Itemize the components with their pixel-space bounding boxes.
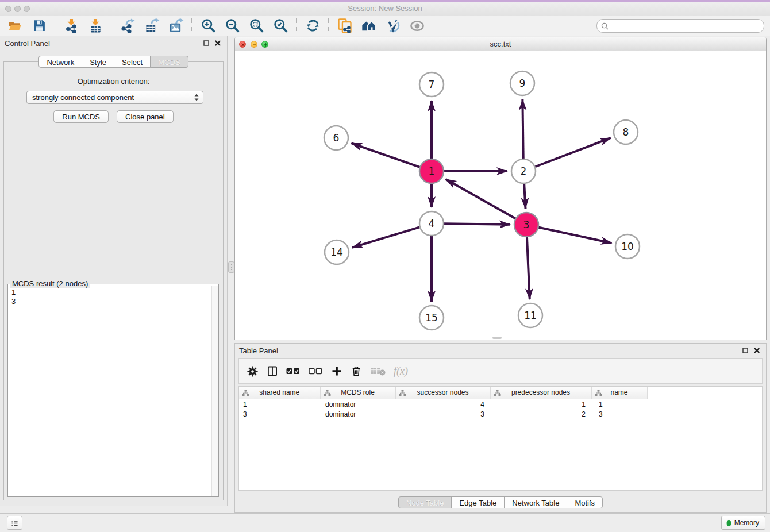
- table-cell[interactable]: 1: [239, 399, 320, 410]
- column-header-successor-nodes[interactable]: successor nodes: [395, 387, 490, 399]
- table-cell[interactable]: 3: [591, 409, 647, 419]
- tab-node-table[interactable]: Node Table: [398, 496, 452, 508]
- column-type-icon: [595, 390, 602, 396]
- table-cell[interactable]: 1: [490, 399, 591, 410]
- control-panel-title: Control Panel: [5, 39, 50, 48]
- table-cell[interactable]: 4: [395, 399, 490, 410]
- toolbar-separator: [296, 18, 297, 33]
- criterion-select[interactable]: strongly connected component: [26, 91, 203, 104]
- mcds-result-list[interactable]: 13: [8, 286, 211, 496]
- tab-style[interactable]: Style: [82, 56, 114, 68]
- graph-edge-4-3[interactable]: [444, 223, 510, 224]
- table-cell[interactable]: 2: [490, 409, 591, 419]
- import-network-button[interactable]: [61, 17, 82, 34]
- column-header-name[interactable]: name: [591, 387, 647, 399]
- delete-table-button[interactable]: [370, 363, 386, 380]
- column-header-predecessor-nodes[interactable]: predecessor nodes: [490, 387, 591, 399]
- tab-edge-table[interactable]: Edge Table: [451, 496, 505, 508]
- export-network-button[interactable]: [117, 17, 138, 34]
- tab-network[interactable]: Network: [38, 56, 82, 68]
- graphics-details-icon: [386, 18, 401, 33]
- zoom-out-icon: [225, 18, 240, 33]
- zoom-fit-button[interactable]: [246, 17, 267, 34]
- graph-edge-3-1[interactable]: [445, 179, 515, 219]
- table-row-0[interactable]: 1dominator411: [239, 399, 647, 410]
- save-session-button[interactable]: [29, 17, 49, 34]
- zoom-fit-icon: [249, 18, 264, 33]
- table-cell[interactable]: 3: [239, 409, 320, 419]
- network-graph[interactable]: 1234678910111415: [235, 51, 766, 340]
- select-all-columns-button[interactable]: [286, 363, 301, 380]
- toolbar-separator: [328, 18, 329, 33]
- table-toolbar: f(x): [238, 358, 763, 384]
- show-hide-panel-button[interactable]: [407, 17, 428, 34]
- zoom-selected-button[interactable]: [270, 17, 291, 34]
- network-canvas[interactable]: 1234678910111415: [235, 51, 766, 340]
- run-mcds-button[interactable]: Run MCDS: [53, 110, 109, 123]
- memory-button-label: Memory: [734, 519, 759, 527]
- panel-splitter-handle[interactable]: [228, 261, 234, 273]
- float-table-panel-icon[interactable]: [741, 346, 750, 354]
- close-table-panel-icon[interactable]: [752, 346, 761, 354]
- show-column-panel-button[interactable]: [267, 363, 278, 380]
- export-image-button[interactable]: [165, 17, 186, 34]
- tab-mcds[interactable]: MCDS: [150, 56, 188, 68]
- import-table-button[interactable]: [85, 17, 106, 34]
- canvas-scroll-nub[interactable]: [492, 337, 502, 339]
- mcds-result-item[interactable]: 1: [11, 288, 208, 297]
- memory-button[interactable]: Memory: [721, 516, 765, 530]
- plus-icon: [331, 365, 342, 377]
- table-body: 1dominator4113dominator323: [239, 399, 647, 419]
- table-cell[interactable]: dominator: [320, 399, 395, 410]
- delete-columns-button[interactable]: [351, 363, 362, 380]
- eye-icon: [409, 18, 425, 34]
- open-session-button[interactable]: [5, 17, 25, 34]
- unselect-all-columns-button[interactable]: [309, 363, 323, 380]
- node-table-grid: shared nameMCDS rolesuccessor nodesprede…: [239, 387, 648, 419]
- nested-network-view-button[interactable]: [359, 17, 379, 34]
- float-panel-icon[interactable]: [202, 39, 211, 47]
- mcds-result-item[interactable]: 3: [11, 297, 208, 306]
- table-cell[interactable]: 1: [591, 399, 647, 410]
- result-scrollbar[interactable]: [211, 286, 218, 496]
- graph-edge-2-9[interactable]: [522, 99, 523, 159]
- table-settings-button[interactable]: [247, 363, 259, 380]
- unchecked-boxes-icon: [309, 367, 323, 375]
- export-table-button[interactable]: [141, 17, 162, 34]
- table-panel: Table Panel: [234, 343, 767, 513]
- table-cell[interactable]: dominator: [320, 409, 395, 419]
- tab-motifs[interactable]: Motifs: [567, 496, 603, 508]
- mcds-buttons-row: Run MCDS Close panel: [4, 110, 223, 123]
- tab-network-table[interactable]: Network Table: [504, 496, 567, 508]
- close-panel-icon[interactable]: [213, 39, 222, 47]
- zoom-out-button[interactable]: [222, 17, 242, 34]
- export-table-icon: [144, 18, 160, 33]
- duplicate-network-view-button[interactable]: [334, 17, 355, 34]
- graph-node-label-15: 15: [425, 312, 438, 323]
- graph-node-label-9: 9: [519, 78, 526, 89]
- graph-edge-3-10[interactable]: [538, 227, 612, 243]
- search-input[interactable]: [609, 21, 764, 30]
- refresh-view-button[interactable]: [302, 17, 323, 34]
- create-column-button[interactable]: [331, 363, 342, 380]
- zoom-in-button[interactable]: [198, 17, 218, 34]
- toggle-graphics-details-button[interactable]: [383, 17, 403, 34]
- close-panel-button[interactable]: Close panel: [117, 110, 174, 123]
- table-cell[interactable]: 3: [395, 409, 490, 419]
- graph-edge-2-8[interactable]: [535, 138, 611, 167]
- save-floppy-icon: [32, 18, 47, 33]
- graph-edge-3-11[interactable]: [527, 237, 530, 299]
- column-header-shared-name[interactable]: shared name: [239, 387, 320, 399]
- task-history-button[interactable]: [7, 516, 22, 530]
- graph-edge-4-14[interactable]: [352, 227, 420, 248]
- fx-icon: f(x): [394, 365, 408, 377]
- graph-edge-2-3[interactable]: [524, 183, 525, 209]
- table-row-1[interactable]: 3dominator323: [239, 409, 647, 419]
- table-header-row: shared nameMCDS rolesuccessor nodesprede…: [239, 387, 647, 399]
- column-header-MCDS-role[interactable]: MCDS role: [320, 387, 395, 399]
- graph-edge-1-6[interactable]: [351, 143, 420, 167]
- tab-select[interactable]: Select: [114, 56, 151, 68]
- memory-status-icon: [726, 519, 732, 527]
- refresh-icon: [305, 18, 321, 33]
- function-builder-button[interactable]: f(x): [394, 363, 408, 380]
